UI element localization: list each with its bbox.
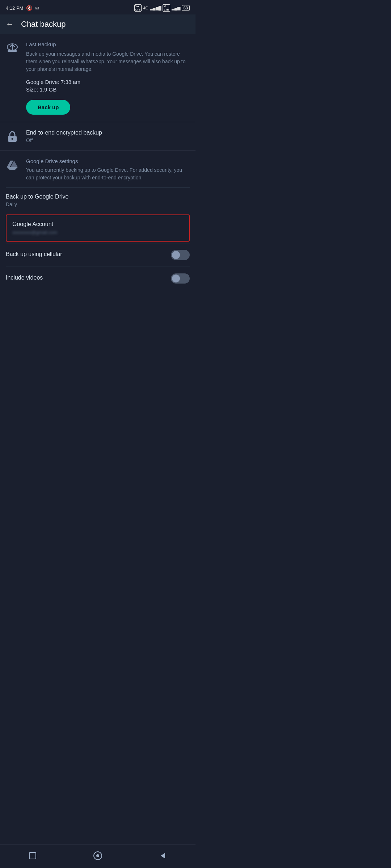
backup-frequency-value: Daily [6, 201, 190, 207]
status-left: 4:12 PM 🔇 ✉ [6, 5, 39, 11]
bottom-spacer [0, 297, 196, 326]
encrypted-title: End-to-end encrypted backup [26, 129, 102, 136]
cellular-backup-knob [172, 251, 180, 259]
time-display: 4:12 PM [6, 5, 23, 11]
lock-icon [6, 130, 19, 143]
volte-badge-1: VoLTE [134, 4, 142, 12]
main-content: Last Backup Back up your messages and me… [0, 34, 196, 326]
encrypted-status: Off [26, 137, 102, 143]
page-title: Chat backup [21, 20, 66, 29]
backup-frequency-label: Back up to Google Drive [6, 193, 190, 200]
encrypted-content: End-to-end encrypted backup Off [26, 129, 102, 143]
signal-label-1: 4G [143, 6, 148, 10]
last-backup-section: Last Backup Back up your messages and me… [0, 34, 196, 122]
last-backup-description: Back up your messages and media to Googl… [26, 50, 190, 73]
last-backup-title: Last Backup [26, 41, 190, 47]
include-videos-toggle[interactable] [171, 273, 190, 284]
signal-bars-1: ▂▄▆█ [150, 6, 161, 10]
battery-indicator: 63 [182, 5, 190, 11]
signal-bars-2: ▂▄▆ [172, 6, 180, 10]
backup-button[interactable]: Back up [26, 100, 70, 115]
google-drive-icon [6, 159, 19, 172]
gdrive-header: Google Drive settings You are currently … [6, 158, 190, 182]
google-account-row[interactable]: Google Account xxxxxxxx@gmail.com [6, 214, 190, 242]
google-account-label: Google Account [12, 221, 183, 227]
include-videos-knob [172, 275, 180, 282]
back-button[interactable]: ← [6, 20, 14, 29]
cellular-backup-row[interactable]: Back up using cellular [6, 243, 190, 267]
mute-icon: 🔇 [26, 5, 32, 11]
email-icon: ✉ [35, 5, 39, 11]
app-header: ← Chat backup [0, 14, 196, 34]
gdrive-description: You are currently backing up to Google D… [26, 166, 190, 182]
last-backup-header: Last Backup Back up your messages and me… [6, 41, 190, 73]
cellular-backup-toggle[interactable] [171, 250, 190, 260]
backup-frequency-row[interactable]: Back up to Google Drive Daily [6, 187, 190, 213]
backup-info: Google Drive: 7:38 am Size: 1.9 GB [6, 79, 190, 93]
upload-icon [6, 42, 19, 55]
google-drive-time: Google Drive: 7:38 am [26, 79, 190, 85]
gdrive-text: Google Drive settings You are currently … [26, 158, 190, 182]
last-backup-content: Last Backup Back up your messages and me… [26, 41, 190, 73]
google-drive-settings-section: Google Drive settings You are currently … [0, 151, 196, 297]
cellular-backup-label: Back up using cellular [6, 251, 62, 258]
encrypted-backup-section[interactable]: End-to-end encrypted backup Off [0, 122, 196, 151]
status-right: VoLTE 4G ▂▄▆█ VoLTE ▂▄▆ 63 [134, 4, 190, 12]
google-account-email: xxxxxxxx@gmail.com [12, 230, 183, 235]
status-bar: 4:12 PM 🔇 ✉ VoLTE 4G ▂▄▆█ VoLTE ▂▄▆ 63 [0, 0, 196, 14]
gdrive-title: Google Drive settings [26, 158, 190, 164]
include-videos-row[interactable]: Include videos [6, 267, 190, 290]
backup-button-container: Back up [6, 100, 190, 115]
svg-point-3 [12, 138, 13, 140]
include-videos-label: Include videos [6, 275, 43, 281]
volte-badge-2: VoLTE [163, 4, 170, 12]
backup-size: Size: 1.9 GB [26, 86, 190, 93]
